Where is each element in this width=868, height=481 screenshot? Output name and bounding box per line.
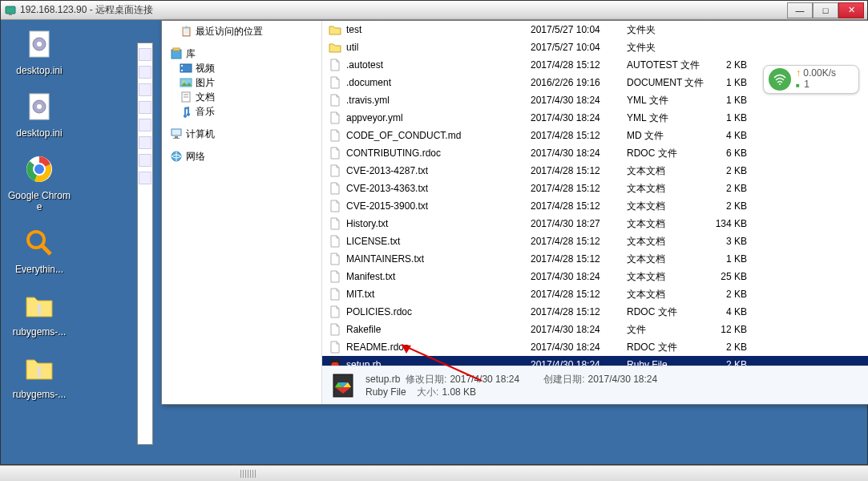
file-type-icon [329, 182, 341, 195]
libraries-icon [170, 47, 183, 60]
svg-point-9 [34, 164, 45, 175]
desktop-icon-1[interactable]: desktop.ini [7, 89, 71, 139]
file-row[interactable]: MIT.txt2017/4/28 15:12文本文档2 KB [322, 285, 868, 303]
file-type: 文件夹 [627, 41, 715, 55]
background-window-stub [137, 42, 153, 445]
file-date: 2017/4/30 18:24 [531, 95, 627, 106]
file-row[interactable]: MAINTAINERS.txt2017/4/28 15:12文本文档1 KB [322, 250, 868, 268]
file-row[interactable]: Manifest.txt2017/4/30 18:24文本文档25 KB [322, 268, 868, 285]
desktop-icon-4[interactable]: rubygems-... [7, 288, 71, 338]
file-date: 2017/4/28 15:12 [531, 236, 627, 247]
chrome-icon [22, 152, 57, 187]
titlebar[interactable]: 192.168.123.90 - 远程桌面连接 — □ ✕ [1, 1, 867, 20]
svg-rect-24 [172, 129, 181, 135]
file-row[interactable]: README.rdoc2017/4/30 18:24RDOC 文件2 KB [322, 338, 868, 356]
file-name: util [346, 42, 531, 53]
file-row[interactable]: LICENSE.txt2017/4/28 15:12文本文档3 KB [322, 232, 868, 250]
maximize-button[interactable]: □ [813, 2, 838, 18]
file-type-icon [329, 253, 341, 265]
nav-pictures[interactable]: 图片 [164, 75, 320, 90]
resize-handle[interactable] [240, 470, 256, 478]
file-row[interactable]: appveyor.yml2017/4/30 18:24YML 文件1 KB [322, 109, 868, 127]
file-row[interactable]: Rakefile2017/4/30 18:24文件12 KB [322, 321, 868, 338]
file-name: .travis.yml [346, 95, 531, 106]
svg-point-10 [28, 232, 44, 248]
file-size: 4 KB [715, 130, 763, 141]
file-size: 12 KB [715, 324, 763, 335]
file-type-icon [329, 94, 341, 107]
file-date: 2017/4/30 18:24 [531, 148, 627, 159]
file-date: 2017/4/30 18:24 [531, 112, 627, 123]
file-type-icon [329, 23, 341, 36]
file-name: .autotest [346, 59, 531, 71]
file-type: MD 文件 [627, 129, 715, 143]
nav-music[interactable]: 音乐 [164, 104, 320, 119]
file-name: test [346, 24, 531, 35]
nav-network[interactable]: 网络 [164, 149, 320, 164]
nav-recent[interactable]: 📋 最近访问的位置 [164, 24, 320, 38]
file-row[interactable]: CVE-2013-4363.txt2017/4/28 15:12文本文档2 KB [322, 180, 868, 197]
videos-icon [180, 62, 192, 75]
svg-point-4 [37, 42, 42, 46]
file-type-icon [329, 235, 341, 248]
file-date: 2017/4/28 15:12 [531, 289, 627, 300]
file-name: .document [346, 77, 531, 88]
file-row[interactable]: History.txt2017/4/30 18:27文本文档134 KB [322, 215, 868, 232]
svg-rect-12 [38, 304, 41, 315]
file-type: 文本文档 [627, 235, 715, 249]
documents-icon [180, 91, 192, 103]
nav-libraries[interactable]: 库 [164, 46, 320, 61]
nav-computer[interactable]: 计算机 [164, 127, 320, 141]
file-name: POLICIES.rdoc [346, 306, 531, 317]
folder-icon [22, 350, 57, 386]
file-size: 1 KB [715, 112, 763, 123]
search-icon [22, 225, 57, 261]
svg-rect-1 [9, 14, 12, 15]
close-button[interactable]: ✕ [838, 2, 864, 18]
computer-icon [170, 127, 183, 140]
network-speed-widget[interactable]: 0.00K/s 1 [763, 65, 859, 94]
file-row[interactable]: CVE-2015-3900.txt2017/4/28 15:12文本文档2 KB [322, 197, 868, 215]
file-row[interactable]: CODE_OF_CONDUCT.md2017/4/28 15:12MD 文件4 … [322, 127, 868, 144]
nav-videos[interactable]: 视频 [164, 61, 320, 75]
file-type: YML 文件 [627, 94, 715, 107]
minimize-button[interactable]: — [787, 2, 813, 18]
nav-documents[interactable]: 文档 [164, 90, 320, 104]
file-name: History.txt [346, 218, 531, 229]
file-type: 文本文档 [627, 270, 715, 284]
file-date: 2017/4/30 18:24 [531, 324, 627, 335]
file-type: 文本文档 [627, 164, 715, 178]
file-row[interactable]: util2017/5/27 10:04文件夹 [322, 38, 868, 56]
file-name: CODE_OF_CONDUCT.md [346, 130, 531, 141]
file-size: 6 KB [715, 148, 763, 159]
file-size: 1 KB [715, 77, 763, 88]
svg-line-11 [42, 246, 50, 254]
svg-rect-26 [173, 138, 180, 139]
upload-speed: 0.00K/s [796, 67, 836, 79]
file-row[interactable]: .travis.yml2017/4/30 18:24YML 文件1 KB [322, 91, 868, 109]
file-size: 2 KB [715, 289, 763, 300]
desktop-icon-5[interactable]: rubygems-... [7, 350, 71, 400]
file-name: MIT.txt [346, 289, 531, 300]
details-type: Ruby File [365, 386, 406, 398]
file-name: Manifest.txt [346, 271, 531, 282]
desktop-icon-2[interactable]: Google Chrome [7, 152, 71, 212]
file-name: Rakefile [346, 324, 531, 335]
file-row[interactable]: test2017/5/27 10:04文件夹 [322, 21, 868, 38]
file-type: 文本文档 [627, 288, 715, 301]
file-row[interactable]: POLICIES.rdoc2017/4/28 15:12RDOC 文件4 KB [322, 303, 868, 321]
svg-point-35 [779, 83, 781, 85]
file-type-icon [329, 111, 341, 124]
network-icon [170, 150, 183, 163]
file-name: appveyor.yml [346, 112, 531, 123]
file-type-icon [329, 270, 341, 283]
file-date: 2016/2/26 19:16 [531, 77, 627, 88]
file-row[interactable]: CONTRIBUTING.rdoc2017/4/30 18:24RDOC 文件6… [322, 144, 868, 162]
file-size: 25 KB [715, 271, 763, 282]
file-type-icon [329, 305, 341, 318]
desktop-icon-3[interactable]: Everythin... [7, 225, 71, 275]
file-type: 文件 [627, 323, 715, 337]
desktop-icon-0[interactable]: desktop.ini [7, 26, 71, 76]
file-row[interactable]: CVE-2013-4287.txt2017/4/28 15:12文本文档2 KB [322, 162, 868, 180]
file-size: 2 KB [715, 200, 763, 212]
